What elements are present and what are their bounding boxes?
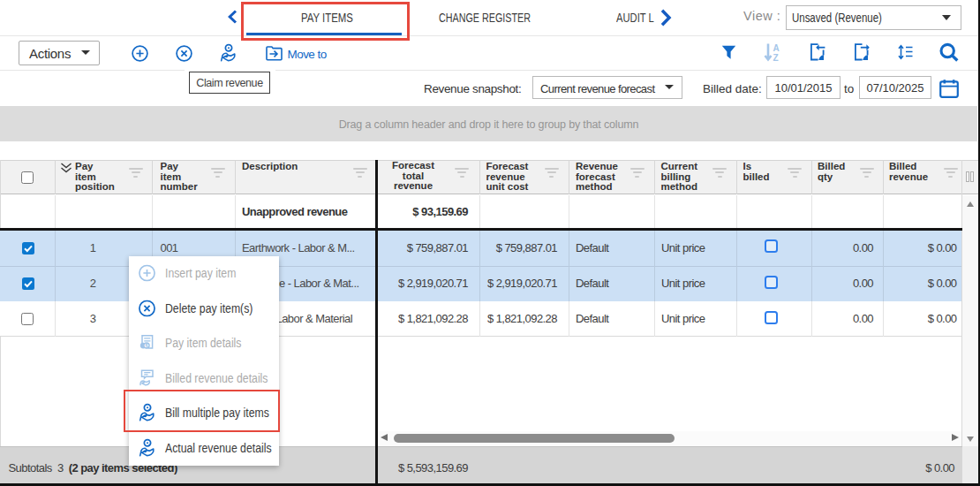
svg-text:A: A xyxy=(773,43,780,53)
svg-text:$: $ xyxy=(145,343,148,350)
svg-text:Z: Z xyxy=(773,53,779,62)
